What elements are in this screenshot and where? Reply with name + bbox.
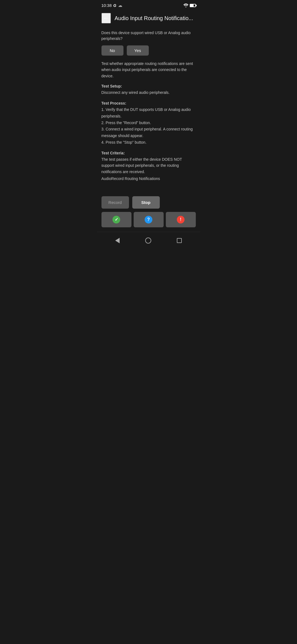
pass-button[interactable]: ✓: [101, 212, 131, 227]
test-criteria-name: AudioRecord Routing Notifications: [101, 176, 196, 181]
info-icon: ?: [145, 216, 152, 223]
choice-buttons: No Yes: [101, 45, 196, 56]
test-criteria-header: Test Criteria:: [101, 151, 196, 155]
header: ← Audio Input Routing Notificatio...: [97, 10, 200, 28]
battery-icon: [190, 4, 196, 7]
status-right: [183, 4, 196, 7]
back-button[interactable]: ←: [101, 13, 111, 23]
home-nav-button[interactable]: [141, 235, 156, 246]
recent-nav-button[interactable]: [172, 236, 186, 245]
stop-button[interactable]: Stop: [132, 196, 160, 209]
back-nav-button[interactable]: [111, 236, 124, 245]
yes-button[interactable]: Yes: [127, 45, 149, 56]
status-bar: 10:38 G ☁: [97, 0, 200, 10]
status-left: 10:38 G ☁: [101, 3, 122, 8]
test-setup-body: Disconnect any wired audio peripherals.: [101, 89, 196, 96]
test-process-body: 1. Verify that the DUT supports USB or A…: [101, 107, 196, 146]
description-text: Test whether appropriate routing notific…: [101, 61, 196, 79]
wifi-icon: [183, 4, 188, 7]
test-setup-header: Test Setup:: [101, 84, 196, 88]
main-content: Does this device support wired USB or An…: [97, 28, 200, 192]
back-nav-icon: [115, 238, 120, 243]
recent-nav-icon: [177, 238, 182, 243]
status-time: 10:38: [101, 3, 112, 8]
pass-icon: ✓: [112, 216, 120, 223]
no-button[interactable]: No: [101, 45, 123, 56]
test-process-header: Test Process:: [101, 101, 196, 105]
home-nav-icon: [145, 238, 151, 244]
bottom-nav: [97, 232, 200, 251]
test-criteria-body: The test passes if either the device DOE…: [101, 156, 196, 175]
fail-button[interactable]: !: [166, 212, 196, 227]
question-text: Does this device support wired USB or An…: [101, 30, 196, 42]
status-cloud-icon: ☁: [118, 3, 122, 8]
record-button[interactable]: Record: [101, 196, 129, 209]
result-buttons: ✓ ? !: [97, 212, 200, 232]
status-google-icon: G: [113, 3, 116, 8]
page-title: Audio Input Routing Notificatio...: [115, 15, 196, 21]
info-button[interactable]: ?: [134, 212, 164, 227]
fail-icon: !: [177, 216, 185, 223]
action-buttons: Record Stop: [97, 192, 200, 212]
